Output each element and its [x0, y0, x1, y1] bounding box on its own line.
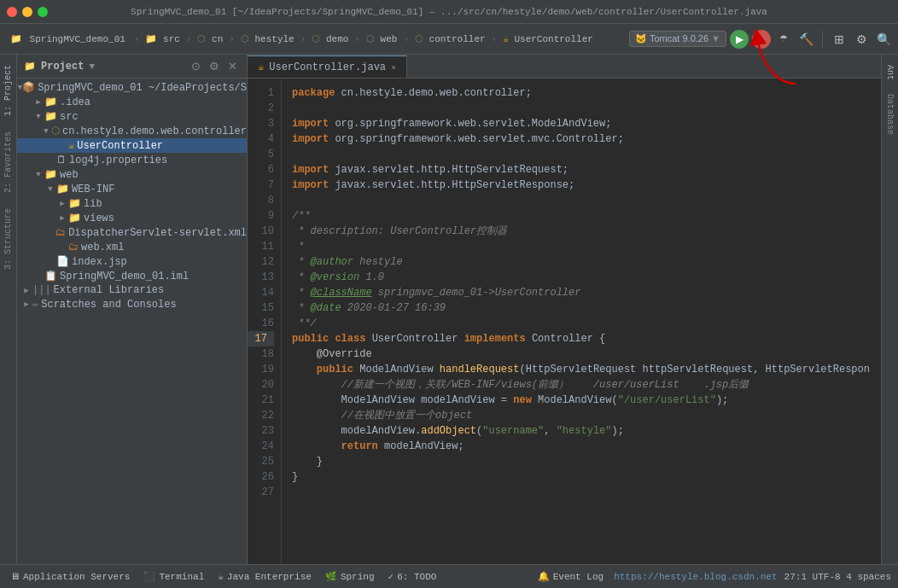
tree-item-root[interactable]: ▼ 📦 SpringMVC_demo_01 ~/IdeaProjects/S [17, 80, 247, 95]
tree-item-extlibs[interactable]: ▶ ||| External Libraries [17, 283, 247, 297]
status-url[interactable]: https://hestyle.blog.csdn.net [614, 572, 777, 582]
breadcrumb-hestyle[interactable]: ⬡ hestyle [238, 32, 297, 46]
tree-item-src[interactable]: ▼ 📁 src [17, 109, 247, 124]
event-log-icon: 🔔 [538, 571, 550, 582]
server-icon: 🖥 [10, 571, 20, 582]
sidebar-item-project[interactable]: 1: Project [1, 58, 15, 123]
sidebar-item-favorites[interactable]: 2: Favorites [1, 125, 15, 200]
window-title: SpringMVC_demo_01 [~/IdeaProjects/Spring… [131, 7, 767, 17]
right-tab-ant[interactable]: Ant [883, 58, 897, 87]
status-java-enterprise[interactable]: ☕ Java Enterprise [214, 569, 315, 584]
tree-item-webxml[interactable]: 🗂 web.xml [17, 240, 247, 254]
main-content: 1: Project 2: Favorites 3: Structure 📁 P… [0, 55, 898, 564]
toolbar-icon1[interactable]: ⊞ [830, 30, 848, 49]
right-tab-bar: Ant Database [881, 55, 898, 564]
maximize-button[interactable] [38, 7, 48, 17]
coverage-button[interactable]: ☂ [774, 30, 793, 49]
tree-item-scratches[interactable]: ▶ ✏ Scratches and Consoles [17, 297, 247, 311]
project-panel-header: 📁 Project ▼ ⊙ ⚙ ✕ [17, 55, 247, 79]
spring-icon: 🌿 [325, 571, 337, 582]
tree-item-lib[interactable]: ▶ 📁 lib [17, 196, 247, 211]
terminal-icon: ⬛ [143, 571, 155, 582]
project-panel: 📁 Project ▼ ⊙ ⚙ ✕ ▼ 📦 SpringMVC_demo_01 … [17, 55, 248, 564]
status-position: 27:1 UTF-8 4 spaces [784, 572, 891, 582]
code-content[interactable]: package cn.hestyle.demo.web.controller; … [282, 79, 881, 564]
project-name-btn[interactable]: 📁 SpringMVC_demo_01 [5, 32, 131, 46]
status-right: 🔔 Event Log https://hestyle.blog.csdn.ne… [534, 569, 891, 584]
traffic-lights [7, 7, 48, 17]
status-spring[interactable]: 🌿 Spring [322, 569, 378, 584]
breadcrumb-web[interactable]: ⬡ web [364, 32, 399, 46]
panel-icon-sync[interactable]: ⊙ [189, 59, 203, 73]
toolbar: 📁 SpringMVC_demo_01 › 📁 src › ⬡ cn › ⬡ h… [0, 24, 898, 55]
tree-item-dispatcher-xml[interactable]: 🗂 DispatcherServlet-servlet.xml [17, 225, 247, 240]
sidebar-item-structure[interactable]: 3: Structure [1, 201, 15, 277]
statusbar: 🖥 Application Servers ⬛ Terminal ☕ Java … [0, 564, 898, 588]
run-config-area: 🐱 Tomcat 9.0.26 ▼ ▶ 🐛 ☂ 🔨 ⊞ ⚙ 🔍 [629, 30, 893, 49]
right-tab-database[interactable]: Database [883, 87, 897, 142]
search-everywhere-button[interactable]: 🔍 [874, 30, 893, 49]
line-numbers: 12345 678910 1112131415 16 17 18 19 2021… [248, 79, 282, 564]
left-tab-bar: 1: Project 2: Favorites 3: Structure [0, 55, 17, 564]
debug-button[interactable]: 🐛 [752, 30, 771, 49]
breadcrumb-cn[interactable]: ⬡ cn [195, 32, 225, 46]
tree-item-package[interactable]: ▼ ⬡ cn.hestyle.demo.web.controller [17, 124, 247, 138]
java-enterprise-icon: ☕ [218, 571, 224, 582]
editor-tab-usercontroller[interactable]: ☕ UserController.java ✕ [248, 55, 407, 78]
tree-item-idea[interactable]: ▶ 📁 .idea [17, 95, 247, 109]
tab-close-button[interactable]: ✕ [391, 62, 396, 73]
toolbar-separator [822, 31, 823, 48]
build-button[interactable]: 🔨 [796, 30, 815, 49]
status-terminal[interactable]: ⬛ Terminal [140, 569, 207, 584]
status-todo[interactable]: ✓ 6: TODO [385, 569, 440, 584]
tree-item-log4j[interactable]: 🗒 log4j.properties [17, 153, 247, 167]
todo-icon: ✓ [388, 571, 394, 582]
status-event-log[interactable]: 🔔 Event Log [534, 569, 607, 584]
tree-item-web[interactable]: ▼ 📁 web [17, 167, 247, 182]
titlebar: SpringMVC_demo_01 [~/IdeaProjects/Spring… [0, 0, 898, 24]
project-panel-title: Project [41, 61, 84, 73]
breadcrumb-controller[interactable]: ⬡ controller [412, 32, 488, 46]
code-editor[interactable]: 12345 678910 1112131415 16 17 18 19 2021… [248, 79, 881, 564]
run-button[interactable]: ▶ [730, 30, 749, 49]
breadcrumb-usercontroller[interactable]: ☕ UserController [500, 32, 596, 46]
toolbar-icon2[interactable]: ⚙ [852, 30, 871, 49]
project-tree: ▼ 📦 SpringMVC_demo_01 ~/IdeaProjects/S ▶… [17, 79, 247, 564]
tree-item-webinf[interactable]: ▼ 📁 WEB-INF [17, 182, 247, 196]
panel-icon-gear[interactable]: ⚙ [207, 59, 222, 73]
tree-item-usercontroller[interactable]: ☕ UserController [17, 138, 247, 153]
tree-item-iml[interactable]: 📋 SpringMVC_demo_01.iml [17, 269, 247, 283]
minimize-button[interactable] [22, 7, 32, 17]
breadcrumb-demo[interactable]: ⬡ demo [309, 32, 351, 46]
run-config-select[interactable]: 🐱 Tomcat 9.0.26 ▼ [629, 31, 726, 47]
tree-item-views[interactable]: ▶ 📁 views [17, 211, 247, 225]
editor-area: ☕ UserController.java ✕ 12345 678910 111… [248, 55, 881, 564]
status-application-servers[interactable]: 🖥 Application Servers [7, 569, 133, 584]
close-button[interactable] [7, 7, 17, 17]
editor-tab-bar: ☕ UserController.java ✕ [248, 55, 881, 79]
breadcrumb-src[interactable]: 📁 src [143, 32, 182, 46]
panel-icon-close[interactable]: ✕ [225, 59, 240, 73]
tree-item-indexjsp[interactable]: 📄 index.jsp [17, 254, 247, 269]
